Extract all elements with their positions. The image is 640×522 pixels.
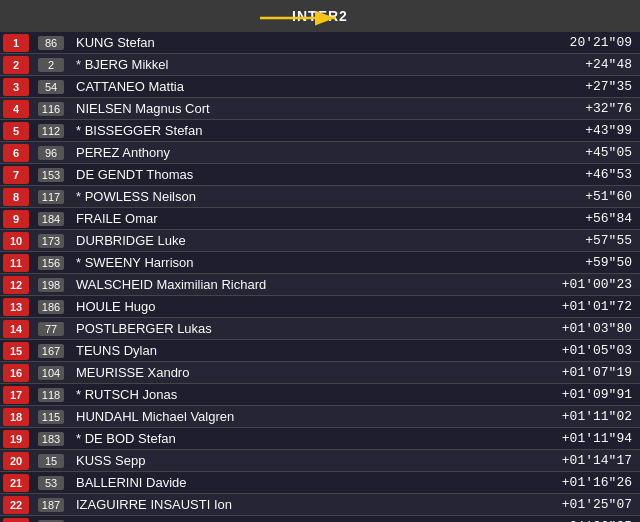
position-cell: 9 xyxy=(0,208,32,229)
bib-badge: 167 xyxy=(38,344,64,358)
bib-cell: 54 xyxy=(32,80,70,94)
position-badge: 11 xyxy=(3,254,29,272)
rider-time: +01'03"80 xyxy=(550,321,640,336)
bib-badge: 2 xyxy=(38,58,64,72)
position-cell: 17 xyxy=(0,384,32,405)
position-badge: 16 xyxy=(3,364,29,382)
bib-cell: 173 xyxy=(32,234,70,248)
table-row: 23 178 YATES Simon +01'26"25 xyxy=(0,516,640,522)
position-badge: 1 xyxy=(3,34,29,52)
bib-cell: 86 xyxy=(32,36,70,50)
bib-cell: 156 xyxy=(32,256,70,270)
position-cell: 20 xyxy=(0,450,32,471)
position-badge: 19 xyxy=(3,430,29,448)
position-cell: 4 xyxy=(0,98,32,119)
position-badge: 10 xyxy=(3,232,29,250)
bib-badge: 15 xyxy=(38,454,64,468)
position-badge: 9 xyxy=(3,210,29,228)
table-row: 6 96 PEREZ Anthony +45"05 xyxy=(0,142,640,164)
position-cell: 14 xyxy=(0,318,32,339)
position-badge: 22 xyxy=(3,496,29,514)
table-row: 5 112 * BISSEGGER Stefan +43"99 xyxy=(0,120,640,142)
table-row: 19 183 * DE BOD Stefan +01'11"94 xyxy=(0,428,640,450)
bib-cell: 198 xyxy=(32,278,70,292)
bib-badge: 117 xyxy=(38,190,64,204)
bib-badge: 184 xyxy=(38,212,64,226)
bib-badge: 96 xyxy=(38,146,64,160)
bib-badge: 153 xyxy=(38,168,64,182)
rider-time: +01'01"72 xyxy=(550,299,640,314)
rider-time: +01'00"23 xyxy=(550,277,640,292)
bib-badge: 173 xyxy=(38,234,64,248)
table-row: 12 198 WALSCHEID Maximilian Richard +01'… xyxy=(0,274,640,296)
position-badge: 6 xyxy=(3,144,29,162)
rider-time: +32"76 xyxy=(550,101,640,116)
bib-cell: 2 xyxy=(32,58,70,72)
rider-name: CATTANEO Mattia xyxy=(70,79,550,94)
bib-cell: 112 xyxy=(32,124,70,138)
position-badge: 12 xyxy=(3,276,29,294)
rider-time: +43"99 xyxy=(550,123,640,138)
bib-badge: 104 xyxy=(38,366,64,380)
position-cell: 16 xyxy=(0,362,32,383)
table-row: 11 156 * SWEENY Harrison +59"50 xyxy=(0,252,640,274)
bib-cell: 117 xyxy=(32,190,70,204)
position-cell: 5 xyxy=(0,120,32,141)
rider-name: * SWEENY Harrison xyxy=(70,255,550,270)
rider-name: MEURISSE Xandro xyxy=(70,365,550,380)
rider-time: +59"50 xyxy=(550,255,640,270)
position-badge: 15 xyxy=(3,342,29,360)
table-row: 18 115 HUNDAHL Michael Valgren +01'11"02 xyxy=(0,406,640,428)
rider-time: +24"48 xyxy=(550,57,640,72)
rider-time: +27"35 xyxy=(550,79,640,94)
bib-cell: 184 xyxy=(32,212,70,226)
position-badge: 5 xyxy=(3,122,29,140)
position-badge: 20 xyxy=(3,452,29,470)
bib-badge: 54 xyxy=(38,80,64,94)
table-row: 16 104 MEURISSE Xandro +01'07"19 xyxy=(0,362,640,384)
rider-time: +01'16"26 xyxy=(550,475,640,490)
rider-name: * BISSEGGER Stefan xyxy=(70,123,550,138)
rider-name: PEREZ Anthony xyxy=(70,145,550,160)
position-badge: 18 xyxy=(3,408,29,426)
rider-name: HUNDAHL Michael Valgren xyxy=(70,409,550,424)
position-badge: 13 xyxy=(3,298,29,316)
bib-cell: 115 xyxy=(32,410,70,424)
rider-time: +01'05"03 xyxy=(550,343,640,358)
position-cell: 2 xyxy=(0,54,32,75)
table-row: 13 186 HOULE Hugo +01'01"72 xyxy=(0,296,640,318)
position-cell: 15 xyxy=(0,340,32,361)
rider-time: +01'11"02 xyxy=(550,409,640,424)
inter2-title: INTER2 xyxy=(292,8,348,24)
position-cell: 1 xyxy=(0,32,32,53)
bib-cell: 15 xyxy=(32,454,70,468)
rider-time: +46"53 xyxy=(550,167,640,182)
position-badge: 14 xyxy=(3,320,29,338)
table-row: 22 187 IZAGUIRRE INSAUSTI Ion +01'25"07 xyxy=(0,494,640,516)
rider-name: * RUTSCH Jonas xyxy=(70,387,550,402)
bib-badge: 186 xyxy=(38,300,64,314)
position-badge: 4 xyxy=(3,100,29,118)
rider-name: DURBRIDGE Luke xyxy=(70,233,550,248)
bib-cell: 118 xyxy=(32,388,70,402)
rider-time: +01'11"94 xyxy=(550,431,640,446)
rider-name: * POWLESS Neilson xyxy=(70,189,550,204)
rider-name: POSTLBERGER Lukas xyxy=(70,321,550,336)
position-cell: 19 xyxy=(0,428,32,449)
rider-name: IZAGUIRRE INSAUSTI Ion xyxy=(70,497,550,512)
rider-time: 20'21"09 xyxy=(550,35,640,50)
position-badge: 8 xyxy=(3,188,29,206)
position-badge: 23 xyxy=(3,518,29,523)
position-cell: 18 xyxy=(0,406,32,427)
bib-badge: 116 xyxy=(38,102,64,116)
table-row: 3 54 CATTANEO Mattia +27"35 xyxy=(0,76,640,98)
header-area: INTER2 xyxy=(0,0,640,32)
bib-cell: 153 xyxy=(32,168,70,182)
rider-name: HOULE Hugo xyxy=(70,299,550,314)
position-badge: 21 xyxy=(3,474,29,492)
rider-name: BALLERINI Davide xyxy=(70,475,550,490)
bib-badge: 112 xyxy=(38,124,64,138)
rider-name: DE GENDT Thomas xyxy=(70,167,550,182)
bib-cell: 116 xyxy=(32,102,70,116)
bib-cell: 77 xyxy=(32,322,70,336)
